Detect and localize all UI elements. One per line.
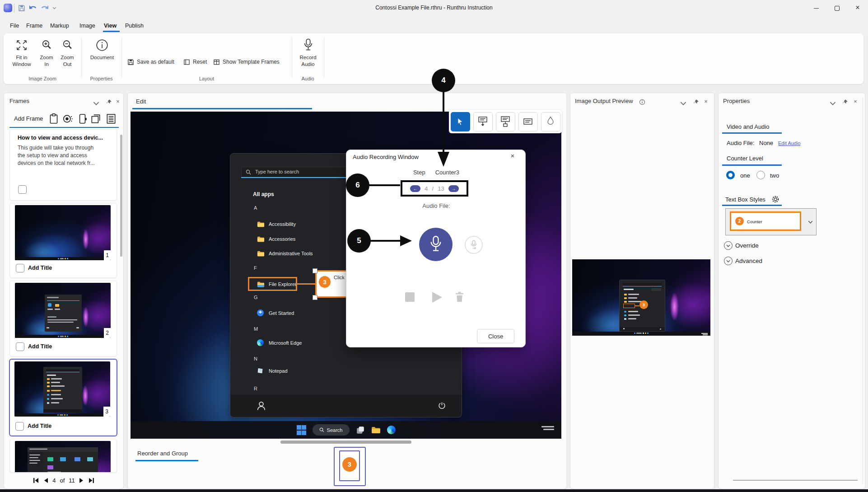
chevron-down-icon[interactable] [93, 100, 99, 107]
textbox-connector-tool-button[interactable] [496, 112, 515, 131]
chevron-down-icon[interactable] [830, 100, 836, 107]
last-frame-button[interactable] [88, 478, 94, 483]
delete-recording-button[interactable] [455, 291, 464, 303]
close-icon[interactable]: × [115, 98, 121, 105]
canvas-h-scrollbar[interactable] [280, 440, 411, 444]
add-frame-device-icon[interactable] [76, 113, 88, 125]
style-counter-badge: 2 [735, 217, 744, 225]
fit-in-window-button[interactable]: Fit inWindow [9, 38, 34, 68]
close-icon[interactable]: × [703, 98, 709, 105]
frames-scrollbar[interactable] [120, 135, 122, 257]
frame-2-checkbox[interactable] [16, 342, 24, 351]
frame-card-4[interactable] [9, 439, 117, 473]
document-button[interactable]: Document [89, 38, 116, 61]
callout-6-target-box[interactable]: ← 4 / 13 → [401, 180, 468, 197]
previous-frame-button[interactable] [43, 478, 48, 483]
style-selected-item[interactable]: 2 Counter [730, 211, 801, 231]
group-label-properties: Properties [81, 76, 121, 81]
menu-image[interactable]: Image [79, 23, 95, 29]
folder-icon [257, 250, 265, 257]
add-frame-clipboard-icon[interactable] [48, 113, 60, 125]
expander-chevron-icon [724, 241, 733, 250]
callout-5[interactable]: 5 [347, 229, 371, 253]
reset-button[interactable]: Reset [183, 57, 207, 67]
select-tool-button[interactable] [451, 112, 470, 131]
record-audio-button[interactable]: RecordAudio [295, 38, 321, 68]
advanced-expander[interactable]: Advanced [724, 256, 814, 266]
minimize-button[interactable] [806, 0, 826, 16]
properties-scroll-track[interactable] [863, 98, 863, 484]
panel-resize-divider[interactable] [733, 480, 858, 481]
selection-handle[interactable] [313, 268, 317, 273]
add-frame-list-icon[interactable] [105, 113, 117, 125]
close-icon[interactable]: × [852, 98, 859, 105]
menu-view[interactable]: View [104, 23, 117, 29]
callout-6[interactable]: 6 [346, 173, 369, 197]
show-template-frames-button[interactable]: Show Template Frames [213, 57, 280, 67]
next-frame-button[interactable] [79, 478, 84, 483]
section-underline [722, 132, 782, 134]
frame-1-checkbox[interactable] [16, 264, 24, 272]
pin-icon[interactable] [842, 99, 848, 105]
dropdown-chevron-icon[interactable] [808, 220, 813, 224]
zoom-out-button[interactable]: ZoomOut [58, 38, 77, 68]
callout-4[interactable]: 4 [432, 69, 455, 92]
stop-button[interactable] [405, 292, 415, 302]
textbox-connector-icon [500, 116, 511, 127]
frame-card-checkbox[interactable] [18, 185, 27, 194]
frame-card-3-selected[interactable]: 3 Add Title [9, 359, 117, 436]
import-audio-button[interactable] [465, 236, 483, 254]
first-frame-button[interactable] [33, 478, 39, 483]
pin-icon[interactable] [106, 99, 112, 105]
letter-header-a: A [254, 205, 257, 211]
add-frame-template-icon[interactable] [90, 113, 102, 125]
pin-icon[interactable] [693, 99, 699, 105]
next-step-button[interactable]: → [448, 185, 459, 192]
dialog-close-button[interactable]: Close [477, 329, 514, 343]
frame-card-2[interactable]: 2 Add Title [9, 281, 117, 356]
frame-card-1[interactable]: 1 Add Title [9, 203, 117, 278]
frame-card-text[interactable]: How to view and access devic... This gui… [9, 129, 117, 201]
record-button[interactable] [419, 228, 453, 261]
dialog-close-icon[interactable]: × [508, 152, 517, 161]
maximize-button[interactable] [826, 0, 847, 16]
zoom-in-button[interactable]: ZoomIn [37, 38, 56, 68]
radio-one[interactable] [726, 171, 735, 179]
add-frame-capture-icon[interactable] [62, 113, 74, 125]
markup-highlight-box[interactable] [248, 277, 297, 291]
canvas-toolbar [449, 110, 562, 133]
play-button[interactable] [432, 292, 442, 303]
markup-click-label: Click [334, 275, 345, 280]
window-title: Contossi Example File.rthru - Runthru In… [0, 5, 868, 11]
properties-panel-title: Properties [723, 98, 750, 104]
menu-markup[interactable]: Markup [50, 23, 69, 29]
edit-audio-link[interactable]: Edit Audio [778, 141, 801, 146]
style-dropdown[interactable]: 2 Counter [725, 208, 817, 235]
gear-icon[interactable] [771, 195, 779, 203]
frame-3-add-title: Add Title [28, 423, 51, 429]
textbox-icon [523, 117, 533, 127]
previous-step-button[interactable]: ← [410, 185, 420, 192]
frame-3-checkbox[interactable] [15, 422, 24, 431]
textbox-arrow-tool-button[interactable] [473, 112, 493, 131]
letter-header-f: F [254, 265, 257, 271]
radio-two[interactable] [756, 171, 765, 179]
chevron-down-icon[interactable] [680, 100, 686, 107]
selection-handle[interactable] [313, 295, 317, 300]
info-icon[interactable] [639, 99, 645, 105]
reorder-frame-tile[interactable]: 3 [334, 447, 366, 486]
edit-canvas[interactable]: Type here to search All apps A Accessibi… [131, 112, 561, 439]
menu-frame[interactable]: Frame [26, 23, 42, 29]
save-as-default-button[interactable]: Save as default [127, 57, 174, 67]
frame-3-number: 3 [103, 407, 110, 417]
zoom-in-icon [41, 38, 53, 52]
override-expander[interactable]: Override [724, 240, 814, 250]
textbox-tool-button[interactable] [518, 112, 538, 131]
frame-2-thumbnail: 2 [15, 283, 111, 338]
close-window-button[interactable]: × [847, 0, 868, 16]
droplet-tool-button[interactable] [541, 112, 560, 131]
title-bar: Contossi Example File.rthru - Runthru In… [0, 0, 868, 16]
menu-publish[interactable]: Publish [125, 23, 144, 29]
tab-edit[interactable]: Edit [136, 98, 146, 105]
menu-file[interactable]: File [10, 23, 19, 29]
